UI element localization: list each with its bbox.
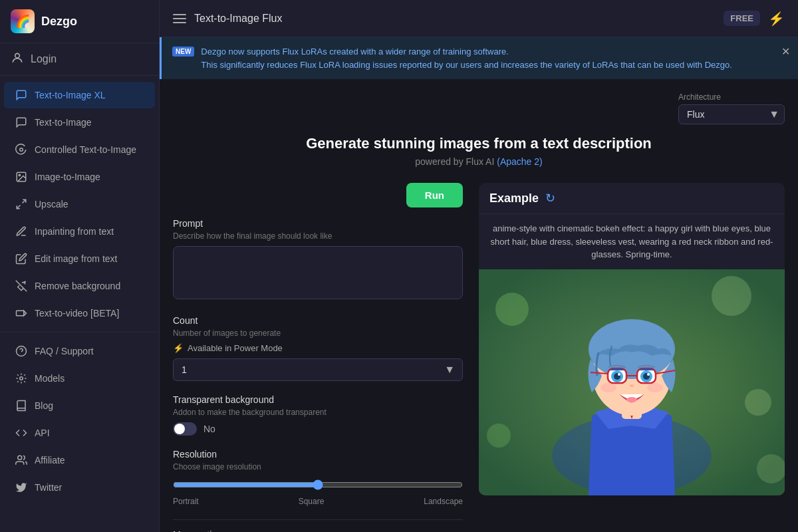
main-subtitle: powered by Flux AI (Apache 2) — [173, 156, 785, 167]
faq-icon — [15, 344, 28, 358]
prompt-input[interactable] — [173, 246, 463, 299]
toggle-label: No — [203, 424, 215, 434]
sidebar-item-label: FAQ / Support — [35, 346, 94, 356]
apache-link[interactable]: (Apache 2) — [497, 156, 542, 167]
sidebar-item-models[interactable]: Models — [4, 365, 155, 392]
svg-point-17 — [487, 424, 511, 448]
chevron-down-icon: ▾ — [458, 528, 463, 532]
prompt-label: Prompt — [173, 218, 463, 229]
arch-selector: Architecture Flux SDXL SD 1.5 ▼ — [678, 92, 785, 124]
prompt-section: Prompt Describe how the final image shou… — [173, 218, 463, 302]
svg-point-26 — [618, 373, 620, 376]
refresh-icon[interactable]: ↻ — [545, 191, 555, 205]
sidebar-item-controlled[interactable]: Controlled Text-to-Image — [4, 136, 155, 163]
left-col: Run Prompt Describe how the final image … — [173, 183, 463, 532]
sidebar-nav: Text-to-Image XL Text-to-Image Controlle… — [0, 76, 159, 532]
chat2-icon — [15, 116, 28, 129]
transparent-bg-label: Transparent background — [173, 394, 463, 405]
transparent-bg-toggle[interactable] — [173, 422, 197, 436]
svg-point-0 — [15, 53, 20, 58]
close-banner-button[interactable]: ✕ — [781, 45, 790, 58]
power-mode-row: ⚡ Available in Power Mode — [173, 343, 463, 353]
sidebar-item-label: API — [35, 428, 50, 438]
sidebar-item-api[interactable]: API — [4, 420, 155, 446]
svg-point-1 — [20, 148, 23, 152]
svg-point-14 — [495, 293, 529, 326]
more-options-row[interactable]: More options ▾ — [173, 519, 463, 532]
app-name: Dezgo — [41, 15, 77, 29]
upscale-icon — [15, 198, 28, 211]
sidebar-item-upscale[interactable]: Upscale — [4, 191, 155, 217]
twitter-icon — [15, 481, 28, 494]
sidebar-item-text-to-video[interactable]: Text-to-video [BETA] — [4, 300, 155, 327]
toggle-row: No — [173, 422, 463, 436]
example-panel: Example ↻ anime-style with cinematic bok… — [479, 183, 785, 495]
example-text: anime-style with cinematic bokeh effect:… — [479, 214, 785, 269]
resolution-sublabel: Choose image resolution — [173, 462, 463, 471]
run-button[interactable]: Run — [406, 183, 463, 207]
run-btn-row: Run — [173, 183, 463, 207]
image-icon — [15, 170, 28, 184]
resolution-labels: Portrait Square Landscape — [173, 497, 463, 506]
free-badge: FREE — [724, 11, 760, 26]
sidebar-item-label: Text-to-Image — [35, 117, 92, 128]
svg-point-39 — [647, 383, 663, 392]
power-mode-text: Available in Power Mode — [188, 343, 283, 353]
svg-point-12 — [18, 456, 22, 460]
example-image — [479, 269, 785, 495]
svg-point-37 — [626, 397, 637, 402]
count-section: Count Number of images to generate ⚡ Ava… — [173, 315, 463, 381]
sidebar-item-blog[interactable]: Blog — [4, 392, 155, 419]
resolution-label: Resolution — [173, 449, 463, 460]
sidebar-item-image-to-image[interactable]: Image-to-Image — [4, 164, 155, 190]
sidebar-item-faq[interactable]: FAQ / Support — [4, 338, 155, 364]
topbar-left: Text-to-Image Flux — [173, 13, 282, 25]
arch-row: Architecture Flux SDXL SD 1.5 ▼ — [173, 92, 785, 124]
menu-button[interactable] — [173, 14, 186, 23]
sidebar: 🌈 Dezgo Login Text-to-Image XL Text-to-I… — [0, 0, 160, 532]
sidebar-item-affiliate[interactable]: Affiliate — [4, 447, 155, 473]
sidebar-item-label: Affiliate — [35, 455, 65, 466]
svg-point-3 — [19, 174, 20, 176]
blog-icon — [15, 399, 28, 412]
resolution-slider[interactable] — [173, 479, 463, 490]
toggle-knob — [174, 424, 185, 434]
sidebar-item-remove-bg[interactable]: Remove background — [4, 273, 155, 299]
resolution-landscape: Landscape — [424, 497, 463, 506]
count-select[interactable]: 1 2 4 — [173, 358, 463, 381]
sidebar-item-label: Models — [35, 373, 65, 384]
arch-select[interactable]: Flux SDXL SD 1.5 — [678, 104, 785, 124]
sidebar-item-inpainting[interactable]: Inpainting from text — [4, 218, 155, 245]
app-logo-icon: 🌈 — [11, 9, 35, 33]
video-icon — [15, 307, 28, 320]
resolution-portrait: Portrait — [173, 497, 199, 506]
sidebar-item-label: Text-to-video [BETA] — [35, 308, 119, 319]
sidebar-item-edit-image[interactable]: Edit image from text — [4, 245, 155, 272]
svg-point-16 — [745, 389, 771, 416]
sidebar-item-label: Controlled Text-to-Image — [35, 144, 136, 155]
sidebar-item-label: Inpainting from text — [35, 226, 114, 237]
inpaint-icon — [15, 225, 28, 238]
sidebar-divider — [0, 332, 159, 332]
notification-line1: Dezgo now supports Flux LoRAs created wi… — [201, 45, 732, 59]
sidebar-item-text-to-image-xl[interactable]: Text-to-Image XL — [4, 82, 155, 108]
sidebar-item-twitter[interactable]: Twitter — [4, 474, 155, 501]
svg-point-18 — [757, 454, 785, 483]
remove-bg-icon — [15, 279, 28, 293]
example-title: Example — [489, 192, 539, 205]
page-title: Text-to-Image Flux — [194, 13, 282, 25]
main-content: Text-to-Image Flux FREE ⚡ NEW Dezgo now … — [160, 0, 798, 532]
svg-rect-7 — [17, 311, 24, 316]
transparent-bg-sublabel: Addon to make the background transparent — [173, 408, 463, 417]
sidebar-item-text-to-image[interactable]: Text-to-Image — [4, 109, 155, 136]
prompt-sublabel: Describe how the final image should look… — [173, 231, 463, 241]
models-icon — [15, 372, 28, 385]
transparent-bg-section: Transparent background Addon to make the… — [173, 394, 463, 436]
sidebar-item-label: Text-to-Image XL — [35, 90, 106, 100]
notification-banner: NEW Dezgo now supports Flux LoRAs create… — [160, 37, 798, 79]
sidebar-item-label: Remove background — [35, 281, 120, 291]
content-area: Architecture Flux SDXL SD 1.5 ▼ Generate… — [160, 79, 798, 532]
bolt-icon[interactable]: ⚡ — [768, 11, 785, 27]
login-button[interactable]: Login — [0, 43, 159, 76]
sidebar-logo: 🌈 Dezgo — [0, 0, 159, 43]
